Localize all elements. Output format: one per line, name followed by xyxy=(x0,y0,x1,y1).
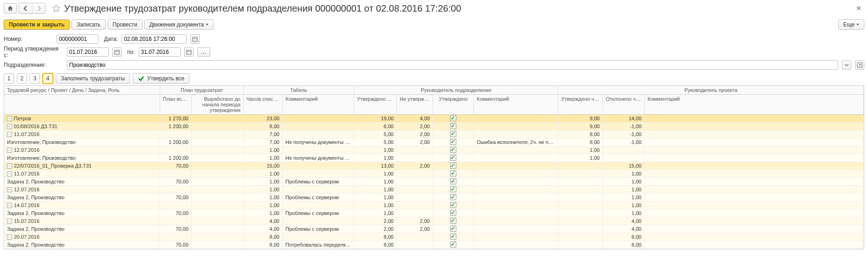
row-label: Задача 2, Производство xyxy=(7,226,65,233)
tree-cell: Задача 2, Производство xyxy=(4,209,160,217)
row-label: 12.07.2016 xyxy=(14,147,39,154)
table-row[interactable]: Задача 2, Производство70,001,00Проблемы … xyxy=(4,209,864,217)
table-row[interactable]: −11.07.20161,001,001,00 xyxy=(4,170,864,178)
dept-label: Подразделение: xyxy=(4,62,64,68)
row-label: Задача 2, Производство xyxy=(7,178,65,185)
table-row[interactable]: −20.07.20168,008,008,00 xyxy=(4,233,864,241)
expand-toggle[interactable]: − xyxy=(7,148,12,153)
table-row[interactable]: −15.07.20164,002,002,004,00 xyxy=(4,217,864,225)
more-button[interactable]: Еще xyxy=(838,20,864,30)
period-select-button[interactable]: … xyxy=(197,47,210,57)
col-tab-hours: Часов списано xyxy=(244,95,283,114)
expand-toggle[interactable]: − xyxy=(7,171,12,176)
period-to-picker-button[interactable] xyxy=(184,47,194,57)
table-row[interactable]: −12.07.20161,001,001,00 xyxy=(4,186,864,194)
col-group-pm: Руководитель проекта xyxy=(558,86,864,94)
table-row[interactable]: −Петров1 270,0023,0019,004,009,0014,00 xyxy=(4,115,864,123)
tree-cell: Задача 2, Производство xyxy=(4,178,160,185)
expand-toggle[interactable]: − xyxy=(7,187,12,192)
approve-all-button[interactable]: Утвердить все xyxy=(133,73,189,84)
table-row[interactable]: Задача 2, Производство70,001,00Проблемы … xyxy=(4,178,864,186)
svg-rect-4 xyxy=(187,50,191,54)
check-green-icon xyxy=(138,75,144,82)
approved-checkbox[interactable] xyxy=(450,139,456,145)
svg-rect-0 xyxy=(193,37,197,41)
table-row[interactable]: Задача 2, Производство70,008,00Потребова… xyxy=(4,241,864,249)
nav-back-forward xyxy=(19,3,45,14)
expand-toggle[interactable]: − xyxy=(7,203,12,208)
fill-labor-button[interactable]: Заполнить трудозатраты xyxy=(56,73,130,84)
period-from-input[interactable] xyxy=(67,47,109,57)
favorite-star-icon[interactable] xyxy=(51,3,61,13)
approved-checkbox[interactable] xyxy=(450,226,456,232)
tab-2[interactable]: 2 xyxy=(17,73,27,84)
period-to-input[interactable] xyxy=(139,47,181,57)
approved-checkbox[interactable] xyxy=(450,202,456,208)
approved-checkbox[interactable] xyxy=(450,210,456,216)
approved-checkbox[interactable] xyxy=(450,194,456,200)
period-from-picker-button[interactable] xyxy=(112,47,122,57)
tab-4[interactable]: 4 xyxy=(43,73,53,84)
approve-all-label: Утвердить все xyxy=(147,75,184,82)
document-moves-button[interactable]: Движения документа xyxy=(144,20,214,30)
table-row[interactable]: −14.07.20161,001,001,00 xyxy=(4,202,864,209)
expand-toggle[interactable]: − xyxy=(7,163,12,169)
col-group-plan: План трудозатрат xyxy=(160,86,244,94)
open-icon xyxy=(857,62,862,68)
approved-checkbox[interactable] xyxy=(450,170,456,176)
expand-toggle[interactable]: − xyxy=(7,124,12,129)
date-input[interactable] xyxy=(122,34,187,44)
approved-checkbox[interactable] xyxy=(450,155,456,161)
post-and-close-button[interactable]: Провести и закрыть xyxy=(4,20,70,30)
expand-toggle[interactable]: − xyxy=(7,132,12,137)
close-button[interactable]: ✕ xyxy=(853,5,864,12)
expand-toggle[interactable]: − xyxy=(7,219,12,224)
tab-1[interactable]: 1 xyxy=(4,73,14,84)
row-label: 11.07.2016 xyxy=(14,170,39,177)
table-row[interactable]: −11.07.20167,005,002,008,00-1,00 xyxy=(4,130,864,138)
nav-back-button[interactable] xyxy=(19,3,32,13)
table-row[interactable]: −22/07/2016_01_Проверка Д3.Т3170,0015,00… xyxy=(4,162,864,170)
date-label: Дата: xyxy=(104,36,118,42)
table-row[interactable]: −12.07.20161,001,001,00 xyxy=(4,146,864,154)
dept-open-button[interactable] xyxy=(855,60,864,70)
post-button[interactable]: Провести xyxy=(108,20,143,30)
col-tab-comment: Комментарий xyxy=(283,95,354,114)
nav-forward-button[interactable] xyxy=(32,3,45,13)
table-row[interactable]: Задача 2, Производство70,004,00Проблемы … xyxy=(4,225,864,233)
expand-toggle[interactable]: − xyxy=(7,234,12,240)
approved-checkbox[interactable] xyxy=(450,131,456,137)
period-row: Период утверждения с: по: … xyxy=(0,45,868,59)
table-row[interactable]: Задача 2, Производство70,001,00Проблемы … xyxy=(4,194,864,202)
table-row[interactable]: Изготовление, Производство1 200,001,00Не… xyxy=(4,154,864,162)
row-label: 20.07.2016 xyxy=(14,234,39,241)
col-rp-approved: Утверждено часов xyxy=(354,95,397,114)
dept-input[interactable] xyxy=(67,60,838,70)
approved-checkbox[interactable] xyxy=(450,163,456,169)
tree-cell: −Петров xyxy=(4,115,160,122)
approved-checkbox[interactable] xyxy=(450,123,456,129)
approved-checkbox[interactable] xyxy=(450,186,456,192)
number-input[interactable] xyxy=(57,34,98,44)
period-label: Период утверждения с: xyxy=(4,46,64,59)
row-label: 14.07.2016 xyxy=(14,202,39,209)
approved-checkbox[interactable] xyxy=(450,218,456,224)
approved-checkbox[interactable] xyxy=(450,234,456,240)
grid-header: Трудовой ресурс / Проект / День / Задача… xyxy=(4,86,864,115)
approved-checkbox[interactable] xyxy=(450,115,456,121)
write-button[interactable]: Записать xyxy=(71,20,105,30)
home-button[interactable] xyxy=(4,3,17,13)
approved-checkbox[interactable] xyxy=(450,178,456,184)
approved-checkbox[interactable] xyxy=(450,241,456,247)
number-date-row: Номер: Дата: xyxy=(0,33,868,45)
page-title: Утверждение трудозатрат руководителем по… xyxy=(64,3,461,14)
expand-toggle[interactable]: − xyxy=(7,116,12,121)
approved-checkbox[interactable] xyxy=(450,147,456,153)
dept-select-button[interactable] xyxy=(842,60,851,70)
period-to-label: по: xyxy=(127,49,135,55)
tree-cell: −15.07.2016 xyxy=(4,217,160,225)
date-picker-button[interactable] xyxy=(190,34,200,44)
table-row[interactable]: −01/08/2016 Д3.Т311 200,008,006,002,009,… xyxy=(4,123,864,130)
table-row[interactable]: Изготовление, Производство1 200,007,00Не… xyxy=(4,138,864,146)
tab-3[interactable]: 3 xyxy=(30,73,40,84)
